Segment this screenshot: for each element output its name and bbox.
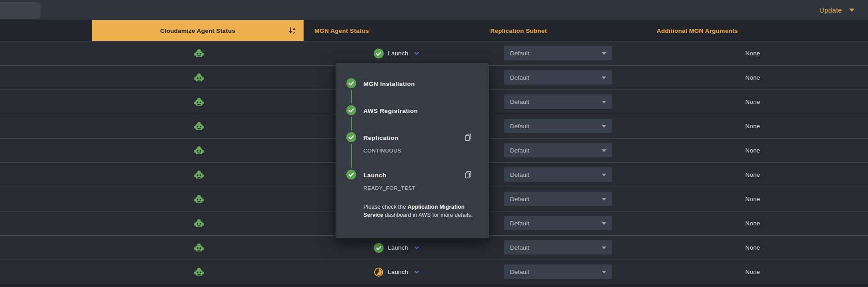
select-value: Default xyxy=(510,147,529,154)
replication-subnet-select[interactable]: Default xyxy=(504,46,612,61)
robot-agent-icon xyxy=(193,193,205,205)
app-screen: Update Cloudamize Agent Status A Z MGN A… xyxy=(0,0,868,287)
select-caret-icon xyxy=(602,149,606,152)
copy-icon[interactable] xyxy=(464,170,473,179)
replication-subnet-select[interactable]: Default xyxy=(504,143,612,158)
select-caret-icon xyxy=(602,52,606,55)
cell-cloudamize-status xyxy=(92,96,304,108)
timeline-connector xyxy=(351,84,352,176)
svg-text:Z: Z xyxy=(293,31,295,35)
cell-cloudamize-status xyxy=(92,266,304,278)
copy-icon[interactable] xyxy=(464,133,473,142)
replication-subnet-select[interactable]: Default xyxy=(504,240,612,255)
cell-cloudamize-status xyxy=(92,72,304,83)
timeline-step: Replication CONTINUOUS xyxy=(336,132,489,153)
replication-subnet-select[interactable]: Default xyxy=(504,167,612,182)
cell-additional-args: None xyxy=(647,74,868,81)
tab-stub-button[interactable] xyxy=(0,2,40,19)
cell-replication-subnet: Default xyxy=(490,143,647,158)
timeline-step: AWS Registration xyxy=(336,105,489,116)
step-label: Launch xyxy=(363,172,386,179)
cell-replication-subnet: Default xyxy=(490,94,647,109)
cell-cloudamize-status xyxy=(92,145,304,156)
replication-subnet-select[interactable]: Default xyxy=(504,265,612,279)
replication-subnet-select[interactable]: Default xyxy=(504,94,612,109)
timeline-step: Launch READY_FOR_TEST xyxy=(336,170,489,191)
select-value: Default xyxy=(510,220,529,227)
mgn-status-toggle[interactable]: Launch xyxy=(304,243,490,253)
cell-cloudamize-status xyxy=(92,169,304,180)
cell-additional-args: None xyxy=(647,171,868,178)
robot-agent-icon xyxy=(193,121,205,132)
column-label: Additional MGN Arguments xyxy=(657,27,738,34)
select-value: Default xyxy=(510,171,529,178)
additional-args-value: None xyxy=(745,99,760,105)
mgn-status-popup: MGN Installation AWS Registration xyxy=(336,63,489,238)
replication-subnet-select[interactable]: Default xyxy=(504,216,612,231)
select-caret-icon xyxy=(602,198,606,201)
cell-replication-subnet: Default xyxy=(490,216,647,231)
popup-note: Please check the Application Migration S… xyxy=(363,203,473,219)
cell-cloudamize-status xyxy=(92,48,304,59)
select-value: Default xyxy=(510,99,529,105)
column-header-replication-subnet[interactable]: Replication Subnet xyxy=(490,20,647,41)
select-caret-icon xyxy=(602,125,606,128)
robot-agent-icon xyxy=(193,242,205,253)
step-success-icon xyxy=(346,78,356,88)
additional-args-value: None xyxy=(745,50,760,57)
cell-additional-args: None xyxy=(647,244,868,251)
additional-args-value: None xyxy=(745,123,760,130)
additional-args-value: None xyxy=(745,147,760,154)
replication-subnet-select[interactable]: Default xyxy=(504,70,612,85)
cell-cloudamize-status xyxy=(92,193,304,205)
mgn-status-toggle[interactable]: Launch xyxy=(304,49,490,58)
select-value: Default xyxy=(510,244,529,251)
robot-agent-icon xyxy=(193,72,205,83)
column-label: Replication Subnet xyxy=(490,27,547,34)
sort-alpha-icon: A Z xyxy=(287,26,297,36)
cell-additional-args: None xyxy=(647,147,868,154)
additional-args-value: None xyxy=(745,74,760,81)
cell-cloudamize-status xyxy=(92,121,304,132)
step-success-icon xyxy=(346,105,356,115)
cell-cloudamize-status xyxy=(92,218,304,229)
column-header-mgn-agent-status[interactable]: MGN Agent Status xyxy=(304,20,490,41)
robot-agent-icon xyxy=(193,218,205,229)
status-in-progress-icon xyxy=(374,267,384,277)
step-label: AWS Registration xyxy=(363,108,418,114)
table-row: Launch Default None xyxy=(0,260,868,284)
select-caret-icon xyxy=(602,101,606,103)
cell-additional-args: None xyxy=(647,196,868,202)
step-success-icon xyxy=(346,132,356,142)
column-header-empty xyxy=(0,20,92,41)
column-header-cloudamize-agent-status[interactable]: Cloudamize Agent Status A Z xyxy=(92,20,304,41)
step-label: Replication xyxy=(363,135,398,141)
select-caret-icon xyxy=(602,247,606,249)
mgn-status-label: Launch xyxy=(388,269,408,275)
step-detail: READY_FOR_TEST xyxy=(336,185,489,191)
robot-agent-icon xyxy=(193,48,205,59)
bottom-strip xyxy=(0,284,868,287)
select-value: Default xyxy=(510,196,529,202)
cell-additional-args: None xyxy=(647,99,868,105)
svg-text:A: A xyxy=(293,27,295,31)
select-value: Default xyxy=(510,50,529,57)
cell-additional-args: None xyxy=(647,220,868,227)
mgn-status-label: Launch xyxy=(388,244,408,251)
replication-subnet-select[interactable]: Default xyxy=(504,119,612,134)
cell-additional-args: None xyxy=(647,269,868,275)
cell-replication-subnet: Default xyxy=(490,265,647,279)
select-value: Default xyxy=(510,74,529,81)
robot-agent-icon xyxy=(193,266,205,278)
cell-replication-subnet: Default xyxy=(490,46,647,61)
select-value: Default xyxy=(510,123,529,130)
column-header-additional-mgn-arguments[interactable]: Additional MGN Arguments xyxy=(647,20,868,41)
cell-replication-subnet: Default xyxy=(490,240,647,255)
replication-subnet-select[interactable]: Default xyxy=(504,192,612,206)
step-success-icon xyxy=(346,170,356,179)
select-caret-icon xyxy=(602,174,606,176)
mgn-status-toggle[interactable]: Launch xyxy=(304,267,490,277)
update-button[interactable]: Update xyxy=(819,6,855,14)
table-row: Launch Default None xyxy=(0,236,868,260)
robot-agent-icon xyxy=(193,145,205,156)
